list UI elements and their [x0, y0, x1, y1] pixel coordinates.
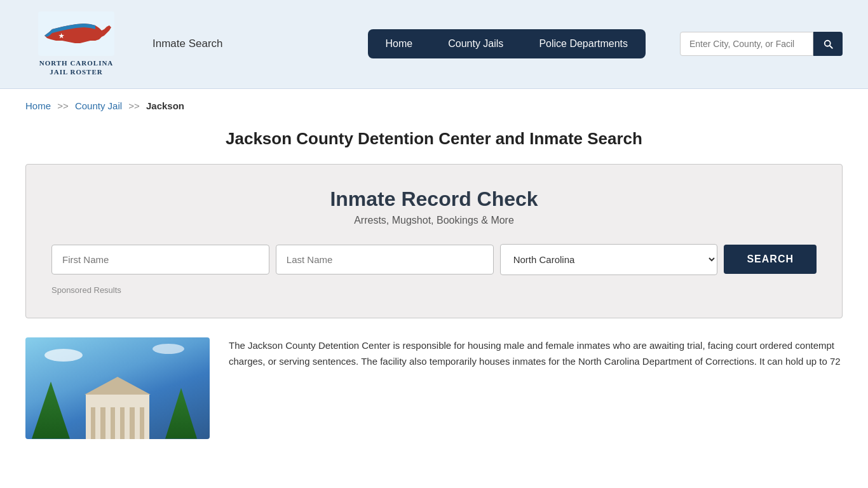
- logo-text: NORTH CAROLINA JAIL ROSTER: [39, 58, 114, 77]
- record-check-subtitle: Arrests, Mugshot, Bookings & More: [51, 215, 817, 226]
- breadcrumb-sep1: >>: [57, 100, 69, 111]
- page-title: Jackson County Detention Center and Inma…: [25, 129, 843, 149]
- main-nav: Home County Jails Police Departments: [368, 29, 646, 58]
- record-search-button[interactable]: SEARCH: [724, 245, 817, 274]
- search-icon: [822, 38, 834, 50]
- facility-description: The Jackson County Detention Center is r…: [229, 337, 843, 370]
- first-name-input[interactable]: [51, 245, 269, 274]
- sponsored-results-label: Sponsored Results: [51, 285, 817, 295]
- breadcrumb-home-link[interactable]: Home: [25, 100, 51, 111]
- breadcrumb-sep2: >>: [128, 100, 140, 111]
- logo-area: ★ NORTH CAROLINA JAIL ROSTER: [25, 11, 127, 77]
- tree-left-icon: [32, 382, 70, 439]
- record-check-title: Inmate Record Check: [51, 187, 817, 211]
- state-select[interactable]: North Carolina: [500, 244, 718, 275]
- cloud-2: [153, 344, 184, 354]
- header: ★ NORTH CAROLINA JAIL ROSTER Inmate Sear…: [0, 0, 868, 89]
- record-check-box: Inmate Record Check Arrests, Mugshot, Bo…: [25, 164, 843, 318]
- header-search-input[interactable]: [680, 32, 813, 56]
- last-name-input[interactable]: [276, 245, 494, 274]
- nav-home-button[interactable]: Home: [368, 29, 431, 58]
- breadcrumb-current: Jackson: [146, 100, 184, 111]
- header-search-area: [680, 32, 843, 56]
- nc-logo-icon: ★: [38, 11, 114, 56]
- nav-police-departments-button[interactable]: Police Departments: [521, 29, 646, 58]
- svg-text:★: ★: [58, 32, 65, 39]
- inmate-search-label: Inmate Search: [153, 37, 223, 50]
- breadcrumb: Home >> County Jail >> Jackson: [0, 89, 868, 118]
- breadcrumb-county-jail-link[interactable]: County Jail: [75, 100, 122, 111]
- cloud-1: [44, 349, 83, 362]
- facility-image: [25, 337, 210, 439]
- nav-county-jails-button[interactable]: County Jails: [430, 29, 521, 58]
- bottom-section: The Jackson County Detention Center is r…: [25, 337, 843, 439]
- tree-right-icon: [165, 388, 197, 439]
- building-icon: [86, 395, 149, 439]
- header-search-button[interactable]: [813, 32, 843, 56]
- record-search-row: North Carolina SEARCH: [51, 244, 817, 275]
